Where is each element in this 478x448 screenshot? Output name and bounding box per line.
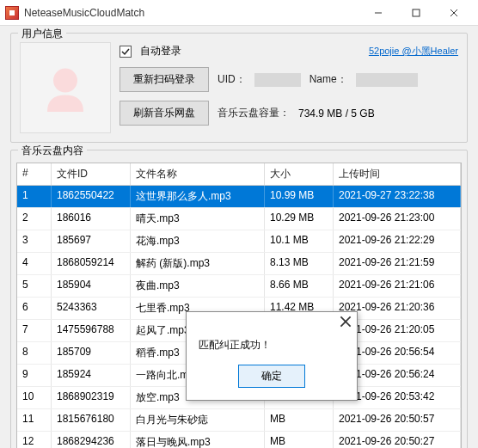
cell-idx: 1 [17,186,52,207]
table-row[interactable]: 3185697花海.mp310.1 MB2021-09-26 21:22:29 [17,230,461,253]
cell-size: MB [265,432,334,448]
cell-id: 186016 [52,208,131,230]
name-value [356,73,418,87]
message-dialog: 匹配纠正成功！ 确定 [186,311,358,401]
svg-point-4 [53,69,77,93]
cell-name: 夜曲.mp3 [131,275,265,297]
col-index[interactable]: # [17,163,52,185]
cell-id: 1868059214 [52,253,131,274]
cell-name: 晴天.mp3 [131,208,265,230]
refresh-cloud-button[interactable]: 刷新音乐网盘 [120,101,209,126]
rescan-login-button[interactable]: 重新扫码登录 [120,67,209,92]
cell-idx: 10 [17,387,52,408]
table-row[interactable]: 5185904夜曲.mp38.66 MB2021-09-26 21:21:06 [17,275,461,298]
cell-idx: 2 [17,208,52,230]
cell-id: 185697 [52,230,131,252]
credit-link[interactable]: 52pojie @小黑Healer [369,45,458,58]
titlebar: NeteaseMusicCloudMatch [0,0,478,26]
uid-label: UID： [218,72,246,87]
cell-time: 2021-09-26 21:22:29 [334,230,461,252]
cell-id: 1862550422 [52,186,131,207]
uid-value [254,73,301,87]
cell-name: 解药 (新版).mp3 [131,253,265,274]
cell-id: 1868902319 [52,387,131,408]
cell-time: 2021-09-26 21:21:59 [334,253,461,274]
cell-name: 花海.mp3 [131,230,265,252]
dialog-ok-button[interactable]: 确定 [238,365,305,388]
cell-id: 185904 [52,275,131,297]
cell-size: 10.1 MB [265,230,334,252]
user-info-title: 用户信息 [18,27,66,41]
cell-time: 2021-09-27 23:22:38 [334,186,461,207]
table-row[interactable]: 41868059214解药 (新版).mp38.13 MB2021-09-26 … [17,253,461,275]
capacity-label: 音乐云盘容量： [218,106,290,120]
cell-time: 2021-09-26 21:21:06 [334,275,461,297]
cell-size: MB [265,409,334,431]
cell-idx: 7 [17,320,52,341]
cell-id: 1868294236 [52,432,131,448]
table-row[interactable]: 11862550422这世界那么多人.mp310.99 MB2021-09-27… [17,186,461,208]
table-header: # 文件ID 文件名称 大小 上传时间 [17,163,461,186]
cell-name: 落日与晚风.mp3 [131,432,265,448]
col-upload-time[interactable]: 上传时间 [334,163,461,185]
cell-idx: 11 [17,409,52,431]
dialog-close-button[interactable] [340,316,352,328]
minimize-button[interactable] [359,1,397,25]
cell-id: 1475596788 [52,320,131,341]
capacity-value: 734.9 MB / 5 GB [298,107,375,120]
cell-id: 5243363 [52,298,131,319]
window-title: NeteaseMusicCloudMatch [24,7,359,19]
auto-login-checkbox[interactable] [120,46,132,58]
table-row[interactable]: 2186016晴天.mp310.29 MB2021-09-26 21:23:00 [17,208,461,230]
cell-idx: 9 [17,365,52,386]
cell-idx: 12 [17,432,52,448]
name-label: Name： [309,72,347,87]
cell-time: 2021-09-26 20:50:57 [334,409,461,431]
col-file-name[interactable]: 文件名称 [131,163,265,185]
cell-name: 这世界那么多人.mp3 [131,186,265,207]
cell-size: 10.99 MB [265,186,334,207]
cloud-content-group: 音乐云盘内容 # 文件ID 文件名称 大小 上传时间 11862550422这世… [10,150,468,448]
dialog-message: 匹配纠正成功！ [187,331,357,365]
avatar [20,42,111,133]
cell-idx: 6 [17,298,52,319]
maximize-button[interactable] [397,1,435,25]
auto-login-label: 自动登录 [140,44,181,58]
svg-rect-1 [413,9,420,16]
cell-size: 8.66 MB [265,275,334,297]
col-file-id[interactable]: 文件ID [52,163,131,185]
cell-idx: 5 [17,275,52,297]
cloud-table: # 文件ID 文件名称 大小 上传时间 11862550422这世界那么多人.m… [16,163,462,448]
cell-size: 10.29 MB [265,208,334,230]
cell-time: 2021-09-26 20:50:27 [334,432,461,448]
col-size[interactable]: 大小 [265,163,334,185]
cell-id: 185709 [52,342,131,364]
table-row[interactable]: 111815676180白月光与朱砂痣MB2021-09-26 20:50:57 [17,409,461,432]
cell-id: 185924 [52,365,131,386]
cell-idx: 4 [17,253,52,274]
table-row[interactable]: 121868294236落日与晚风.mp3MB2021-09-26 20:50:… [17,432,461,448]
cloud-content-title: 音乐云盘内容 [18,144,87,158]
cell-id: 1815676180 [52,409,131,431]
user-info-group: 用户信息 自动登录 52pojie @小黑Healer 重新扫码登录 UID： … [10,33,468,143]
close-button[interactable] [435,1,473,25]
cell-idx: 3 [17,230,52,252]
cell-size: 8.13 MB [265,253,334,274]
cell-name: 白月光与朱砂痣 [131,409,265,431]
cell-idx: 8 [17,342,52,364]
app-icon [5,6,19,20]
cell-time: 2021-09-26 21:23:00 [334,208,461,230]
